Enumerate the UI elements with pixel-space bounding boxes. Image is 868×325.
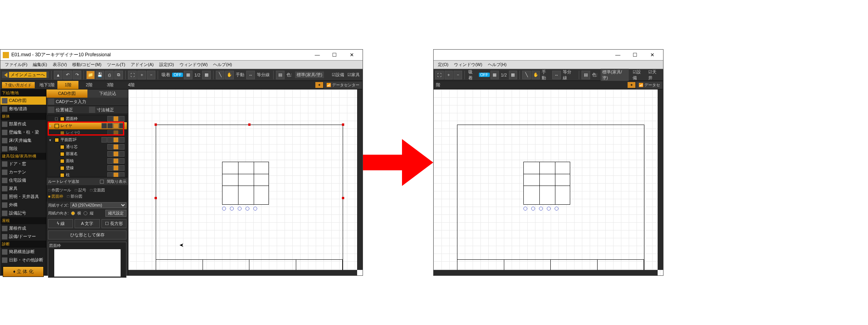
equal-line-icon[interactable]: ↔ — [552, 71, 561, 79]
grid-pattern-icon[interactable]: ▩ — [202, 71, 211, 79]
paper-size-select[interactable]: A3 (297x420mm) — [70, 202, 126, 208]
menu-view[interactable]: 表示(V) — [50, 61, 70, 68]
window-close[interactable]: ✕ — [644, 50, 661, 61]
nav-furniture[interactable]: 家具 — [0, 184, 46, 193]
position-correct-button[interactable]: 位置補正 — [46, 106, 87, 114]
menu-file[interactable]: ファイル(F) — [2, 61, 30, 68]
line-tool-icon[interactable]: ╲ — [216, 71, 224, 79]
menu-settings[interactable]: 定(O) — [435, 61, 451, 68]
color-preset[interactable]: 標準(家具/塗) — [601, 69, 629, 81]
layout-icon[interactable]: ▤ — [582, 71, 590, 79]
layer-row-area[interactable]: 面積 — [48, 157, 127, 164]
orient-v-radio[interactable] — [84, 211, 87, 215]
nav-equipment[interactable]: 住宅設備 — [0, 176, 46, 184]
menu-tool[interactable]: ツール(T) — [104, 61, 128, 68]
grid-icon[interactable]: ▦ — [491, 71, 499, 79]
draw-rect-button[interactable]: ☐ 長方形 — [101, 219, 126, 228]
window-maximize[interactable]: ☐ — [626, 50, 644, 61]
horizontal-scrollbar[interactable] — [434, 270, 658, 275]
vertical-scrollbar[interactable] — [357, 89, 363, 270]
menu-window[interactable]: ウィンドウ(W) — [451, 61, 485, 68]
data-center-button[interactable]: 📶 データセ — [636, 82, 662, 89]
plugin-toggle-icon[interactable]: ✦ — [315, 82, 323, 88]
chk-ceiling[interactable]: ☑天井 — [648, 69, 660, 81]
layer-row-grid[interactable]: 通り芯 — [48, 143, 127, 150]
nav-stairs[interactable]: 階段 — [0, 145, 46, 153]
layer-row-wall[interactable]: 壁線 — [48, 164, 127, 171]
window-maximize[interactable]: ☐ — [326, 50, 343, 61]
redo-icon[interactable]: ↷ — [73, 71, 81, 79]
snap-toggle[interactable]: OFF — [479, 73, 490, 77]
selection-handle[interactable] — [342, 197, 344, 199]
tab-shitae[interactable]: 下絵読込 — [87, 89, 128, 98]
window-minimize[interactable]: — — [609, 50, 626, 61]
floor-tab-3f[interactable]: 3階 — [100, 81, 121, 89]
layer-row-plan1f[interactable]: ▾平面図1F — [48, 136, 127, 143]
zoom-in-icon[interactable]: ＋ — [137, 71, 146, 79]
line-tool-icon[interactable]: ╲ — [522, 71, 531, 79]
nav-roof[interactable]: 屋根作成 — [0, 224, 46, 232]
grid-value[interactable]: 1/2 — [501, 73, 507, 77]
menu-window[interactable]: ウィンドウ(W) — [177, 61, 211, 68]
open-folder-icon[interactable]: 📁 — [86, 71, 95, 79]
drawing-canvas[interactable]: ➤ — [128, 89, 363, 275]
floor-tab-b1[interactable]: 地下1階 — [36, 81, 57, 89]
chk-furniture[interactable]: ☑家具 — [347, 72, 360, 78]
copy-icon[interactable]: ⧉ — [114, 71, 123, 79]
window-close[interactable]: ✕ — [343, 50, 360, 61]
cat-partial[interactable]: 部分図 — [67, 194, 82, 199]
plugin-toggle-icon[interactable]: ✦ — [628, 82, 635, 88]
draw-line-button[interactable]: ϟ 線 — [48, 219, 73, 228]
menu-help[interactable]: ヘルプ(H) — [485, 61, 509, 68]
floor-tab-4f[interactable]: 4階 — [121, 81, 142, 89]
zoom-out-icon[interactable]: － — [147, 71, 155, 79]
cat-elevation[interactable]: 立面図 — [90, 188, 105, 193]
nav-wall[interactable]: 壁編集・柱・梁 — [0, 128, 46, 136]
show-floorplan-checkbox[interactable] — [100, 180, 104, 184]
nav-struct[interactable]: 簡易構造診断 — [0, 248, 46, 256]
nav-light[interactable]: 照明・天井器具 — [0, 193, 46, 201]
add-root-layer-button[interactable]: ルートレイヤ追加 — [48, 179, 79, 184]
color-preset[interactable]: 標準(家具/塗) — [295, 71, 324, 78]
nav-ext[interactable]: 外構 — [0, 201, 46, 209]
pointer-tool-icon[interactable]: ▲ — [54, 71, 62, 79]
hand-tool-icon[interactable]: ✋ — [225, 71, 234, 79]
fit-screen-icon[interactable]: ⛶ — [435, 71, 444, 79]
nav-symbol[interactable]: 設備記号 — [0, 209, 46, 217]
solidify-button[interactable]: ♦ 立 体 化 — [3, 266, 44, 277]
save-template-button[interactable]: ひな形として保存 — [48, 230, 126, 239]
layer-row-layer[interactable]: ▾レイヤ — [48, 122, 127, 129]
selection-handle[interactable] — [248, 123, 251, 126]
grid-icon[interactable]: ▦ — [184, 71, 192, 79]
selection-handle[interactable] — [155, 197, 157, 199]
selection-handle[interactable] — [155, 123, 157, 126]
scale-settings-button[interactable]: 縮尺設定 — [105, 210, 126, 217]
layer-row-layer0[interactable]: レイヤ0 — [48, 129, 127, 136]
floor-tab-2f[interactable]: 2階 — [78, 81, 100, 89]
cat-symbol[interactable]: 記号 — [75, 188, 86, 193]
layer-row-roomname[interactable]: 部屋名 — [48, 150, 127, 157]
nav-room[interactable]: 部屋作成 — [0, 120, 46, 128]
draw-text-button[interactable]: A 文字 — [75, 219, 100, 228]
menu-addin[interactable]: アドイン(A) — [128, 61, 157, 68]
nav-door[interactable]: ドア・窓 — [0, 160, 46, 168]
fit-screen-icon[interactable]: ⛶ — [128, 71, 137, 79]
undo-icon[interactable]: ↶ — [63, 71, 72, 79]
nav-floor[interactable]: 床/天井編集 — [0, 136, 46, 145]
cat-frame[interactable]: 図面枠 — [48, 194, 63, 199]
cad-data-input-button[interactable]: CADデータ入力 — [46, 98, 128, 106]
grid-pattern-icon[interactable]: ▩ — [509, 71, 518, 79]
nav-dormer[interactable]: 設備/ドーマー — [0, 232, 46, 241]
data-center-button[interactable]: 📶 データセンター — [324, 82, 362, 89]
save-icon[interactable]: 💾 — [96, 71, 104, 79]
back-to-mainmenu[interactable]: メインメニューへ — [2, 71, 49, 78]
grid-value[interactable]: 1/2 — [194, 73, 200, 77]
drawing-canvas[interactable] — [434, 89, 663, 275]
zoom-in-icon[interactable]: ＋ — [445, 71, 453, 79]
nav-shikichi[interactable]: 敷地/道路 — [0, 105, 46, 113]
nav-cad-sakuzu[interactable]: CAD作図 — [0, 96, 46, 105]
vertical-scrollbar[interactable] — [658, 89, 663, 270]
tab-cad-sakuzu[interactable]: CAD作図 — [46, 89, 87, 98]
floor-plan-drawing[interactable] — [523, 162, 570, 205]
menu-help[interactable]: ヘルプ(H) — [210, 61, 235, 68]
